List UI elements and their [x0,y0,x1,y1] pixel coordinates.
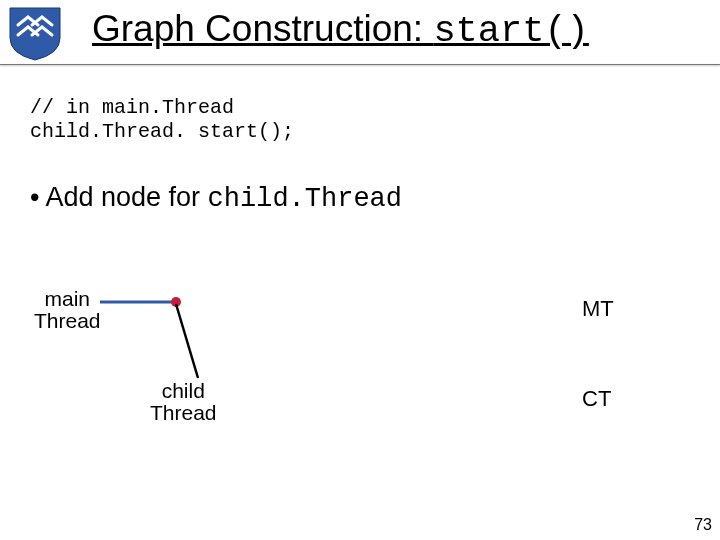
title-text: Graph Construction: [92,8,433,49]
slide-title: Graph Construction: start() [92,8,589,52]
child-thread-label: child Thread [150,380,217,424]
code-line-1: // in main.Thread [30,96,720,120]
main-thread-label: main Thread [34,288,101,332]
main-label-line1: main [34,288,101,310]
header-divider [0,64,720,65]
bullet-code: child.Thread [208,184,402,214]
child-label-line2: Thread [150,402,217,424]
main-label-line2: Thread [34,310,101,332]
page-number: 73 [694,516,712,534]
thread-diagram: main Thread child Thread MT CT [0,270,720,490]
shield-logo-icon [6,4,64,62]
ct-label: CT [582,386,611,412]
slide-header: Graph Construction: start() [0,0,720,72]
bullet-text: • Add node for [30,182,208,212]
title-code: start() [433,10,588,52]
child-label-line1: child [150,380,217,402]
mt-label: MT [582,296,614,322]
spawn-edge-line [176,304,198,378]
code-line-2: child.Thread. start(); [30,120,720,144]
bullet-point: • Add node for child.Thread [30,182,720,214]
code-snippet: // in main.Thread child.Thread. start(); [30,96,720,144]
